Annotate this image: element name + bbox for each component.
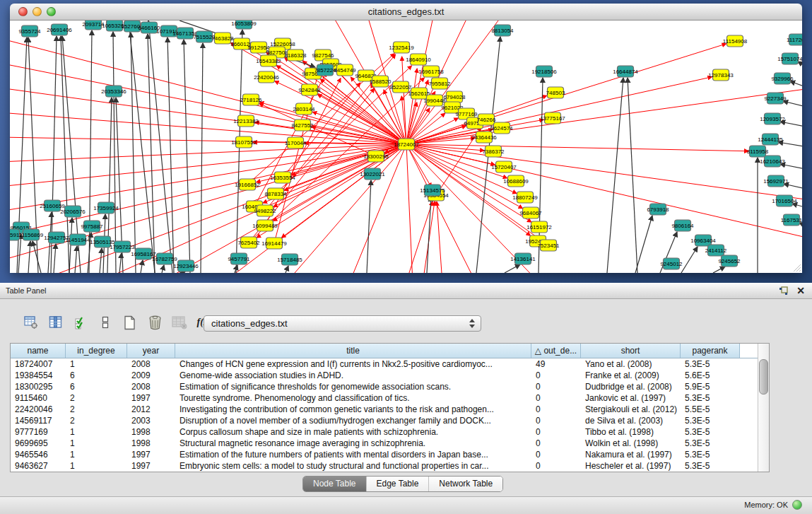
- network-node[interactable]: 16914479: [261, 238, 287, 249]
- network-node[interactable]: 15751074: [777, 53, 802, 64]
- table-row[interactable]: 911546021997Tourette syndrome. Phenomeno…: [11, 392, 758, 404]
- network-node[interactable]: 746266: [477, 114, 496, 125]
- network-node[interactable]: 9975887: [81, 221, 103, 232]
- table-row[interactable]: 1938455462009Genome-wide association stu…: [11, 370, 758, 381]
- network-node[interactable]: 9806164: [671, 220, 694, 231]
- network-node[interactable]: 12325419: [389, 42, 414, 53]
- network-node[interactable]: 748503: [546, 87, 565, 98]
- network-node[interactable]: 8454749: [334, 64, 356, 76]
- network-node[interactable]: 16053809: [231, 21, 257, 29]
- network-node[interactable]: 18640910: [406, 54, 431, 65]
- select-all-icon[interactable]: [73, 315, 88, 330]
- network-node[interactable]: 10688609: [503, 175, 529, 187]
- network-node[interactable]: 9457791: [228, 253, 250, 264]
- column-header-out_degree[interactable]: △ out_de...: [531, 344, 581, 358]
- tab-node-table[interactable]: Node Table: [303, 477, 366, 491]
- network-window-titlebar[interactable]: citations_edges.txt: [10, 4, 802, 21]
- network-node[interactable]: 7857224: [314, 64, 336, 76]
- clear-selection-icon[interactable]: [98, 315, 113, 330]
- table-row[interactable]: 969969511998Structural magnetic resonanc…: [11, 438, 758, 449]
- show-columns-icon[interactable]: [48, 315, 64, 330]
- table-row[interactable]: 946362711997Embryonic stem cells: a mode…: [11, 460, 758, 472]
- network-node[interactable]: 7515520: [193, 31, 216, 42]
- table-row[interactable]: 1456911722003Disruption of a novel membe…: [11, 415, 758, 426]
- table-selector-dropdown[interactable]: citations_edges.txt: [204, 315, 481, 332]
- table-row[interactable]: 946554611997Estimation of the future num…: [11, 449, 758, 460]
- network-node[interactable]: 15720407: [491, 161, 517, 173]
- memory-ok-indicator[interactable]: [792, 500, 802, 510]
- column-header-short[interactable]: short: [581, 344, 681, 358]
- network-node[interactable]: 20691406: [47, 24, 72, 35]
- network-node[interactable]: 9355724: [18, 25, 41, 37]
- network-node[interactable]: 2718126: [240, 94, 262, 105]
- network-graph[interactable]: 1872400718300295746382286601285912954152…: [10, 21, 802, 273]
- network-node[interactable]: 1117265: [787, 34, 802, 45]
- network-node[interactable]: 9245012: [660, 258, 683, 269]
- network-node[interactable]: 12444135: [758, 134, 783, 145]
- network-node[interactable]: 15718485: [277, 254, 302, 265]
- network-node[interactable]: 6794028: [443, 91, 466, 103]
- network-node[interactable]: 16644874: [613, 66, 638, 77]
- column-header-year[interactable]: year: [127, 344, 175, 358]
- network-node[interactable]: 8878334: [264, 188, 287, 199]
- network-node[interactable]: 22420046: [254, 71, 279, 83]
- delete-table-icon[interactable]: [172, 315, 187, 330]
- network-node[interactable]: 11154908: [723, 35, 748, 47]
- network-node[interactable]: 8115958: [747, 146, 769, 157]
- network-node[interactable]: 16099489: [252, 220, 278, 231]
- network-node[interactable]: 1588520: [369, 76, 392, 87]
- network-node[interactable]: 16151972: [526, 221, 552, 233]
- network-node[interactable]: 3624574: [490, 122, 513, 134]
- network-node[interactable]: 18107552: [231, 136, 257, 148]
- tab-network-table[interactable]: Network Table: [428, 477, 502, 491]
- network-node[interactable]: 7386372: [482, 146, 505, 157]
- table-row[interactable]: 1872400712008Changes of HCN gene express…: [11, 358, 758, 370]
- column-header-name[interactable]: name: [11, 344, 66, 358]
- network-node[interactable]: 17016504: [772, 195, 797, 206]
- column-header-title[interactable]: title: [175, 344, 531, 358]
- network-node[interactable]: 9227349: [764, 93, 787, 104]
- column-header-in_degree[interactable]: in_degree: [66, 344, 127, 358]
- minimize-window-icon[interactable]: [33, 7, 42, 16]
- close-window-icon[interactable]: [18, 7, 28, 16]
- network-node[interactable]: 14136141: [510, 253, 536, 264]
- network-node[interactable]: 9242848: [298, 84, 321, 95]
- network-node[interactable]: 12093572: [760, 113, 785, 124]
- column-header-pagerank[interactable]: pagerank: [681, 344, 740, 358]
- scrollbar-thumb[interactable]: [759, 359, 768, 395]
- table-row[interactable]: 1830029562008Estimation of significance …: [11, 381, 758, 392]
- zoom-window-icon[interactable]: [47, 7, 56, 16]
- network-node[interactable]: 9498222: [254, 205, 276, 216]
- new-column-icon[interactable]: [122, 315, 138, 330]
- float-panel-icon[interactable]: [779, 286, 788, 296]
- network-node[interactable]: 19218506: [531, 66, 557, 77]
- network-node[interactable]: 8186328: [284, 49, 307, 61]
- network-node[interactable]: 11156869: [19, 229, 44, 240]
- delete-column-icon[interactable]: [147, 315, 163, 330]
- network-window[interactable]: citations_edges.txt 18724007183002957463…: [10, 4, 802, 273]
- network-node[interactable]: 8427552: [291, 119, 314, 131]
- network-node[interactable]: 1167531: [781, 214, 802, 226]
- network-node[interactable]: 9329966: [771, 73, 794, 84]
- tab-edge-table[interactable]: Edge Table: [366, 477, 429, 491]
- table-options-icon[interactable]: [23, 315, 39, 330]
- network-node[interactable]: 12213383: [233, 115, 259, 127]
- table-scrollbar[interactable]: [758, 344, 769, 472]
- network-node[interactable]: 24364436: [471, 132, 497, 143]
- network-node[interactable]: 9684067: [519, 207, 542, 218]
- network-node[interactable]: 7523451: [537, 240, 560, 251]
- network-node[interactable]: 7625402: [237, 237, 260, 248]
- resize-grip-icon[interactable]: [792, 263, 801, 271]
- network-node[interactable]: 7955812: [428, 78, 451, 89]
- network-node[interactable]: 2803144: [293, 103, 315, 115]
- network-node[interactable]: 6793918: [647, 204, 669, 215]
- network-node[interactable]: 9245652: [718, 255, 741, 267]
- network-node[interactable]: 13022021: [360, 168, 385, 180]
- network-node[interactable]: 1170044: [285, 137, 307, 148]
- network-node[interactable]: 15692971: [763, 175, 789, 187]
- network-node[interactable]: 2414112: [705, 245, 727, 256]
- network-node[interactable]: 20353346: [101, 86, 126, 97]
- network-node[interactable]: 12978343: [708, 69, 734, 81]
- table-row[interactable]: 977716911998Corpus callosum shape and si…: [11, 426, 758, 438]
- close-panel-icon[interactable]: ✕: [796, 283, 805, 298]
